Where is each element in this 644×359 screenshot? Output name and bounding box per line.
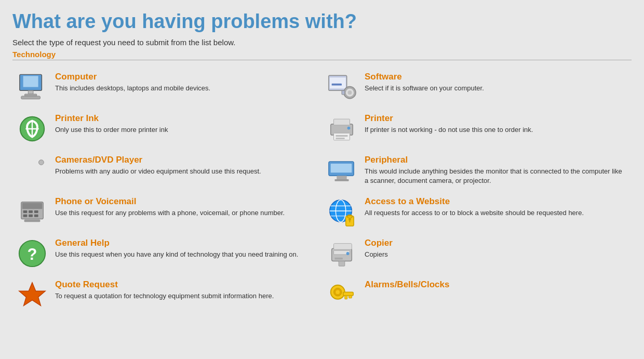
peripheral-title: Peripheral xyxy=(365,155,626,165)
svg-point-11 xyxy=(39,160,44,165)
computer-desc: This includes desktops, laptops and mobi… xyxy=(55,84,317,93)
printer-item[interactable]: Printer If printer is not working - do n… xyxy=(322,108,632,150)
svg-rect-52 xyxy=(334,258,342,260)
svg-rect-38 xyxy=(331,164,352,172)
svg-point-36 xyxy=(347,127,351,130)
svg-rect-40 xyxy=(334,179,348,181)
quote-request-title: Quote Request xyxy=(55,280,317,290)
cameras-item[interactable]: Cameras/DVD Player Problems with any aud… xyxy=(12,150,322,191)
svg-rect-61 xyxy=(345,296,347,299)
svg-rect-39 xyxy=(337,176,346,180)
software-desc: Select if it is software on your compute… xyxy=(365,84,626,93)
key-icon xyxy=(324,280,359,311)
website-desc: All requests for access to or to block a… xyxy=(365,208,626,218)
copier-title: Copier xyxy=(365,238,626,248)
svg-rect-15 xyxy=(29,210,33,213)
phone-icon xyxy=(15,196,50,228)
printer-ink-item[interactable]: Printer Ink Only use this to order more … xyxy=(12,108,322,150)
svg-rect-3 xyxy=(25,94,37,96)
general-help-content: General Help Use this request when you h… xyxy=(55,238,317,259)
general-help-desc: Use this request when you have any kind … xyxy=(55,250,317,259)
svg-rect-4 xyxy=(21,96,41,99)
peripheral-icon xyxy=(324,155,359,186)
general-help-item[interactable]: ? General Help Use this request when you… xyxy=(12,233,322,274)
copier-icon xyxy=(324,238,359,269)
svg-rect-25 xyxy=(330,77,346,88)
printer-ink-content: Printer Ink Only use this to order more … xyxy=(55,113,317,135)
svg-rect-59 xyxy=(343,292,353,296)
help-icon: ? xyxy=(15,238,50,269)
svg-text:?: ? xyxy=(28,245,37,263)
printer-ink-icon xyxy=(15,113,50,144)
svg-point-29 xyxy=(348,90,352,95)
section-divider xyxy=(12,60,632,60)
svg-rect-19 xyxy=(34,215,38,217)
alarms-title: Alarms/Bells/Clocks xyxy=(365,280,626,290)
svg-rect-13 xyxy=(22,203,43,209)
general-help-title: General Help xyxy=(55,238,317,248)
section-label: Technology xyxy=(12,50,632,59)
computer-icon xyxy=(15,72,50,103)
peripheral-desc: This would include anything besides the … xyxy=(365,167,626,185)
quote-request-content: Quote Request To request a quotation for… xyxy=(55,280,317,301)
svg-rect-34 xyxy=(336,135,347,137)
phone-desc: Use this request for any problems with a… xyxy=(55,208,317,218)
software-content: Software Select if it is software on you… xyxy=(365,72,626,93)
quote-request-desc: To request a quotation for technology eq… xyxy=(55,291,317,301)
copier-content: Copier Copiers xyxy=(365,238,626,259)
svg-marker-23 xyxy=(19,283,45,305)
copier-item[interactable]: Copier Copiers xyxy=(322,233,632,274)
svg-rect-49 xyxy=(350,220,351,222)
printer-ink-desc: Only use this to order more printer ink xyxy=(55,125,317,135)
svg-rect-14 xyxy=(23,210,28,213)
computer-title: Computer xyxy=(55,72,317,82)
svg-rect-30 xyxy=(342,90,345,95)
svg-rect-1 xyxy=(23,76,38,87)
svg-rect-20 xyxy=(24,220,41,222)
software-title: Software xyxy=(365,72,626,82)
svg-rect-26 xyxy=(332,84,342,86)
svg-rect-16 xyxy=(34,210,38,213)
page-title: What are you having problems with? xyxy=(12,10,632,33)
svg-point-55 xyxy=(346,252,350,255)
peripheral-item[interactable]: Peripheral This would include anything b… xyxy=(322,150,632,191)
computer-content: Computer This includes desktops, laptops… xyxy=(55,72,317,93)
right-column: Software Select if it is software on you… xyxy=(322,67,632,316)
website-icon xyxy=(324,196,359,228)
printer-content: Printer If printer is not working - do n… xyxy=(365,113,626,135)
copier-desc: Copiers xyxy=(365,250,626,259)
page-subtitle: Select the type of request you need to s… xyxy=(12,38,632,47)
cameras-title: Cameras/DVD Player xyxy=(55,155,317,165)
items-grid: Computer This includes desktops, laptops… xyxy=(12,67,632,316)
star-icon xyxy=(15,280,50,311)
peripheral-content: Peripheral This would include anything b… xyxy=(365,155,626,185)
quote-request-item[interactable]: Quote Request To request a quotation for… xyxy=(12,274,322,316)
svg-rect-32 xyxy=(334,119,350,125)
camera-icon xyxy=(15,155,50,186)
phone-title: Phone or Voicemail xyxy=(55,196,317,207)
svg-rect-2 xyxy=(28,90,33,94)
svg-rect-60 xyxy=(349,296,352,298)
phone-item[interactable]: Phone or Voicemail Use this request for … xyxy=(12,191,322,233)
printer-icon xyxy=(324,113,359,144)
svg-rect-35 xyxy=(336,138,344,139)
printer-title: Printer xyxy=(365,113,626,124)
cameras-desc: Problems with any audio or video equipme… xyxy=(55,167,317,176)
svg-point-58 xyxy=(336,290,340,294)
svg-point-48 xyxy=(348,218,351,221)
website-content: Access to a Website All requests for acc… xyxy=(365,196,626,218)
svg-rect-17 xyxy=(23,215,28,217)
left-column: Computer This includes desktops, laptops… xyxy=(12,67,322,316)
software-item[interactable]: Software Select if it is software on you… xyxy=(322,67,632,108)
software-icon xyxy=(324,72,359,103)
svg-rect-18 xyxy=(29,215,33,217)
website-item[interactable]: Access to a Website All requests for acc… xyxy=(322,191,632,233)
svg-rect-54 xyxy=(339,261,345,267)
printer-desc: If printer is not working - do not use t… xyxy=(365,125,626,135)
alarms-item[interactable]: Alarms/Bells/Clocks xyxy=(322,274,632,316)
printer-ink-title: Printer Ink xyxy=(55,113,317,124)
alarms-content: Alarms/Bells/Clocks xyxy=(365,280,626,291)
computer-item[interactable]: Computer This includes desktops, laptops… xyxy=(12,67,322,108)
cameras-content: Cameras/DVD Player Problems with any aud… xyxy=(55,155,317,176)
website-title: Access to a Website xyxy=(365,196,626,207)
